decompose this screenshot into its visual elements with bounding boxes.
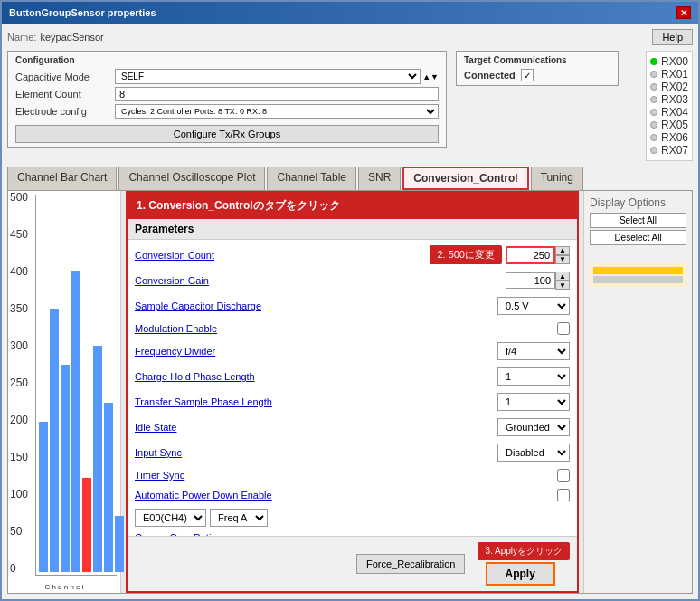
target-comm-title: Target Communications bbox=[464, 55, 610, 65]
right-side-panel: Display Options Select All Deselect All bbox=[583, 191, 692, 593]
force-recalibration-button[interactable]: Force_Recalibration bbox=[356, 554, 465, 574]
coarse-gain-row: Coarse Gain Ratio bbox=[135, 532, 570, 536]
tab-channel-table[interactable]: Channel Table bbox=[267, 167, 356, 190]
conversion-count-control: 2. 500に変更 ▲ ▼ bbox=[422, 245, 570, 264]
tab-conversion-control[interactable]: Conversion_Control bbox=[402, 167, 528, 190]
rx05-label: RX05 bbox=[661, 119, 688, 131]
bar-6 bbox=[93, 346, 102, 572]
footer-right: Force_Recalibration 3. Applyをクリック Apply bbox=[356, 542, 570, 586]
spinner-group: ▲ ▼ bbox=[506, 246, 570, 264]
rx00-dot bbox=[650, 58, 657, 65]
charge-hold-select[interactable]: 1 bbox=[497, 367, 570, 386]
auto-power-row: Automatic Power Down Enable bbox=[135, 489, 570, 501]
sample-cap-select[interactable]: 0.5 V bbox=[497, 297, 570, 315]
rx07-dot bbox=[650, 147, 657, 154]
input-sync-select[interactable]: Disabled bbox=[497, 444, 570, 462]
conversion-gain-spinner[interactable]: ▲ ▼ bbox=[555, 272, 570, 290]
electrode-config-select[interactable]: Cycles: 2 Controller Ports: 8 TX: 0 RX: … bbox=[115, 104, 439, 119]
rx02-label: RX02 bbox=[661, 81, 688, 93]
modulation-checkbox[interactable] bbox=[557, 322, 570, 335]
spin-up[interactable]: ▲ bbox=[555, 246, 570, 255]
electrode-config-label: Electrode config bbox=[15, 106, 115, 117]
rx06-dot bbox=[650, 134, 657, 141]
deselect-all-button[interactable]: Deselect All bbox=[590, 230, 686, 245]
tab-channel-oscilloscope[interactable]: Channel Oscilloscope Plot bbox=[118, 167, 265, 190]
gain-spin-up[interactable]: ▲ bbox=[555, 272, 570, 281]
rx03-item: RX03 bbox=[650, 93, 688, 106]
conversion-count-spinner[interactable]: ▲ ▼ bbox=[555, 246, 570, 264]
channel-select[interactable]: E00(CH4) bbox=[135, 509, 206, 527]
idle-state-label[interactable]: Idle State bbox=[135, 422, 497, 433]
close-button[interactable]: ✕ bbox=[676, 6, 691, 19]
window-title: ButtonGroupSensor properties bbox=[9, 7, 156, 18]
rx06-item: RX06 bbox=[650, 131, 688, 144]
coarse-gain-label[interactable]: Coarse Gain Ratio bbox=[135, 532, 570, 536]
input-sync-row: Input Sync Disabled bbox=[135, 444, 570, 462]
electrode-config-row: Electrode config Cycles: 2 Controller Po… bbox=[15, 104, 439, 119]
bar-4 bbox=[71, 271, 80, 572]
conversion-count-input[interactable] bbox=[506, 246, 555, 264]
params-header-label: Parameters bbox=[135, 223, 194, 235]
rx07-label: RX07 bbox=[661, 144, 688, 157]
modulation-label[interactable]: Modulation Enable bbox=[135, 323, 557, 334]
conversion-count-label[interactable]: Conversion Count bbox=[135, 250, 422, 261]
select-all-button[interactable]: Select All bbox=[590, 213, 686, 228]
tab-tuning[interactable]: Tuning bbox=[531, 167, 583, 190]
help-button[interactable]: Help bbox=[652, 29, 693, 45]
spin-down[interactable]: ▼ bbox=[555, 255, 570, 264]
window-content: Name: keypadSensor Help Configuration Ca… bbox=[2, 24, 698, 599]
main-content-area: 500 450 400 350 300 250 200 150 100 50 0 bbox=[7, 190, 693, 594]
freq-select[interactable]: Freq A bbox=[210, 509, 268, 527]
capacitive-mode-select[interactable]: SELF bbox=[115, 69, 421, 84]
idle-state-select[interactable]: Grounded bbox=[497, 418, 570, 436]
element-count-input[interactable] bbox=[115, 87, 439, 101]
params-footer: Force_Recalibration 3. Applyをクリック Apply bbox=[128, 536, 577, 591]
step1-text: 1. Conversion_Controlのタブをクリック bbox=[137, 198, 340, 214]
element-count-label: Element Count bbox=[15, 89, 115, 100]
connected-checkbox[interactable]: ✓ bbox=[521, 69, 534, 81]
auto-power-checkbox[interactable] bbox=[557, 489, 570, 501]
apply-button[interactable]: Apply bbox=[486, 562, 555, 586]
transfer-sample-row: Transfer Sample Phase Length 1 bbox=[135, 393, 570, 411]
sample-cap-label[interactable]: Sample Capacitor Discharge bbox=[135, 300, 497, 311]
rx01-label: RX01 bbox=[661, 68, 688, 81]
charge-hold-label[interactable]: Charge Hold Phase Length bbox=[135, 371, 497, 382]
tab-snr[interactable]: SNR bbox=[358, 167, 401, 190]
tabs-row: Channel Bar Chart Channel Oscilloscope P… bbox=[7, 167, 693, 190]
target-comm-group: Target Communications Connected ✓ bbox=[456, 51, 619, 86]
conversion-gain-control: ▲ ▼ bbox=[506, 272, 570, 290]
input-sync-label[interactable]: Input Sync bbox=[135, 447, 497, 458]
gain-spin-down[interactable]: ▼ bbox=[555, 281, 570, 290]
rx03-dot bbox=[650, 96, 657, 103]
freq-divider-label[interactable]: Frequency Divider bbox=[135, 346, 497, 357]
transfer-sample-label[interactable]: Transfer Sample Phase Length bbox=[135, 396, 497, 407]
sample-cap-row: Sample Capacitor Discharge 0.5 V bbox=[135, 297, 570, 315]
tab-channel-bar-chart[interactable]: Channel Bar Chart bbox=[7, 167, 117, 190]
freq-divider-select[interactable]: f/4 bbox=[497, 342, 570, 360]
bars-container bbox=[38, 196, 125, 573]
auto-power-label[interactable]: Automatic Power Down Enable bbox=[135, 490, 557, 501]
chart-area: 500 450 400 350 300 250 200 150 100 50 0 bbox=[8, 191, 121, 593]
rx00-label: RX00 bbox=[661, 55, 688, 68]
main-window: ButtonGroupSensor properties ✕ Name: key… bbox=[0, 0, 700, 601]
conversion-gain-input[interactable] bbox=[506, 272, 555, 289]
name-row: Name: keypadSensor Help bbox=[7, 29, 693, 45]
configure-txrx-button[interactable]: Configure Tx/Rx Groups bbox=[15, 125, 439, 143]
dropdown-row: E00(CH4) Freq A bbox=[135, 509, 570, 527]
step3-annotation: 3. Applyをクリック bbox=[478, 542, 570, 560]
timer-sync-checkbox[interactable] bbox=[557, 469, 570, 482]
capacitive-mode-row: Capacitive Mode SELF ▲▼ bbox=[15, 69, 439, 84]
rx03-label: RX03 bbox=[661, 93, 688, 106]
bar-8 bbox=[115, 516, 124, 572]
conversion-gain-label[interactable]: Conversion Gain bbox=[135, 275, 506, 286]
idle-state-row: Idle State Grounded bbox=[135, 418, 570, 436]
conversion-gain-row: Conversion Gain ▲ ▼ bbox=[135, 272, 570, 290]
yellow-bar bbox=[593, 267, 683, 274]
rx00-item: RX00 bbox=[650, 55, 688, 68]
transfer-sample-select[interactable]: 1 bbox=[497, 393, 570, 411]
params-panel: 1. Conversion_Controlのタブをクリック Parameters… bbox=[126, 191, 579, 593]
timer-sync-label[interactable]: Timer Sync bbox=[135, 470, 557, 481]
title-bar: ButtonGroupSensor properties ✕ bbox=[2, 2, 698, 24]
params-body[interactable]: Conversion Count 2. 500に変更 ▲ ▼ bbox=[128, 240, 577, 536]
timer-sync-row: Timer Sync bbox=[135, 469, 570, 482]
